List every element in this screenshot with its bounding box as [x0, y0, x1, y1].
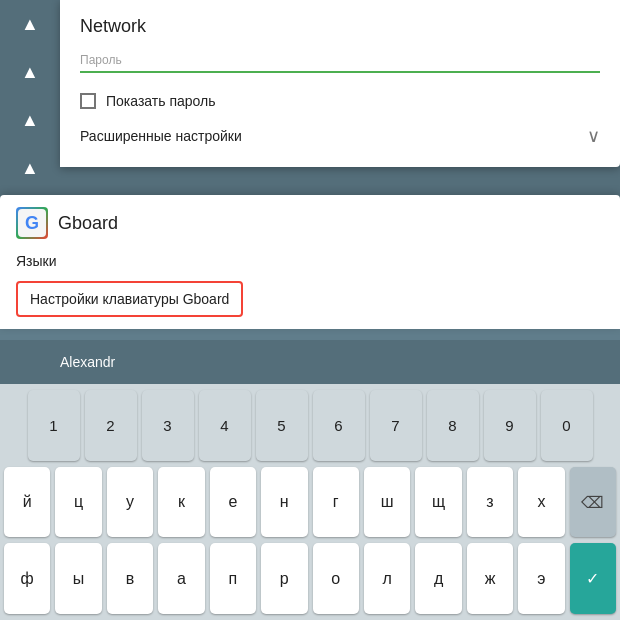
key-ш[interactable]: ш — [364, 467, 410, 538]
key-а[interactable]: а — [158, 543, 204, 614]
network-title: Network — [80, 16, 600, 37]
row-1: й ц у к е н г ш щ з х ⌫ — [4, 467, 616, 538]
key-ц[interactable]: ц — [55, 467, 101, 538]
key-7[interactable]: 7 — [370, 390, 422, 461]
wifi-list: ▲ ▲ ▲ ▲ — [0, 0, 60, 192]
key-к[interactable]: к — [158, 467, 204, 538]
gboard-title: Gboard — [58, 213, 118, 234]
key-э[interactable]: э — [518, 543, 564, 614]
key-0[interactable]: 0 — [541, 390, 593, 461]
chevron-down-icon: ∨ — [587, 125, 600, 147]
key-л[interactable]: л — [364, 543, 410, 614]
key-г[interactable]: г — [313, 467, 359, 538]
alexandr-text: Alexandr — [60, 354, 115, 370]
key-з[interactable]: з — [467, 467, 513, 538]
gboard-languages-label: Языки — [16, 249, 604, 273]
keyboard: 1 2 3 4 5 6 7 8 9 0 й ц у к е н г ш щ з … — [0, 384, 620, 620]
gboard-popup: G Gboard Языки Настройки клавиатуры Gboa… — [0, 195, 620, 329]
key-й[interactable]: й — [4, 467, 50, 538]
gboard-header: G Gboard — [16, 207, 604, 239]
gboard-settings-button[interactable]: Настройки клавиатуры Gboard — [16, 281, 243, 317]
key-ж[interactable]: ж — [467, 543, 513, 614]
wifi-icon-1: ▲ — [21, 14, 39, 35]
network-card: Network Пароль Показать пароль Расширенн… — [60, 0, 620, 167]
row-2: ф ы в а п р о л д ж э ✓ — [4, 543, 616, 614]
key-ы[interactable]: ы — [55, 543, 101, 614]
wifi-item-1: ▲ — [0, 0, 60, 48]
key-п[interactable]: п — [210, 543, 256, 614]
done-key[interactable]: ✓ — [570, 543, 616, 614]
password-label: Пароль — [80, 53, 600, 67]
key-в[interactable]: в — [107, 543, 153, 614]
key-х[interactable]: х — [518, 467, 564, 538]
wifi-icon-3: ▲ — [21, 110, 39, 131]
wifi-item-3: ▲ — [0, 96, 60, 144]
svg-text:G: G — [25, 213, 39, 233]
key-9[interactable]: 9 — [484, 390, 536, 461]
key-н[interactable]: н — [261, 467, 307, 538]
key-2[interactable]: 2 — [85, 390, 137, 461]
advanced-settings-row[interactable]: Расширенные настройки ∨ — [80, 125, 600, 147]
key-5[interactable]: 5 — [256, 390, 308, 461]
key-е[interactable]: е — [210, 467, 256, 538]
show-password-checkbox[interactable] — [80, 93, 96, 109]
wifi-item-2: ▲ — [0, 48, 60, 96]
wifi-icon-2: ▲ — [21, 62, 39, 83]
key-1[interactable]: 1 — [28, 390, 80, 461]
password-underline — [80, 71, 600, 73]
key-р[interactable]: р — [261, 543, 307, 614]
key-о[interactable]: о — [313, 543, 359, 614]
key-6[interactable]: 6 — [313, 390, 365, 461]
alexandr-row: Alexandr — [0, 340, 620, 384]
key-8[interactable]: 8 — [427, 390, 479, 461]
wifi-item-4: ▲ — [0, 144, 60, 192]
key-у[interactable]: у — [107, 467, 153, 538]
show-password-row[interactable]: Показать пароль — [80, 93, 600, 109]
key-4[interactable]: 4 — [199, 390, 251, 461]
key-д[interactable]: д — [415, 543, 461, 614]
key-3[interactable]: 3 — [142, 390, 194, 461]
show-password-label: Показать пароль — [106, 93, 216, 109]
key-щ[interactable]: щ — [415, 467, 461, 538]
wifi-icon-4: ▲ — [21, 158, 39, 179]
backspace-key[interactable]: ⌫ — [570, 467, 616, 538]
key-ф[interactable]: ф — [4, 543, 50, 614]
gboard-logo-icon: G — [16, 207, 48, 239]
advanced-settings-label: Расширенные настройки — [80, 128, 242, 144]
number-row: 1 2 3 4 5 6 7 8 9 0 — [4, 390, 616, 461]
